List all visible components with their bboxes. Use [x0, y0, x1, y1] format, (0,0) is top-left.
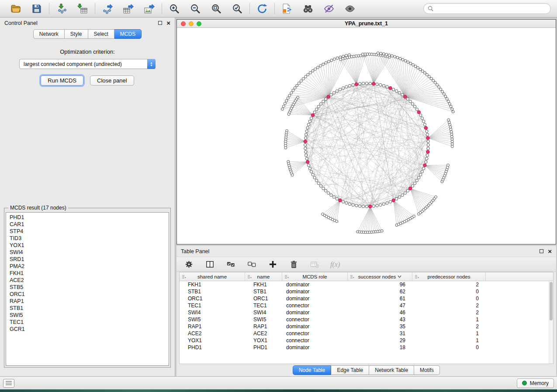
column-header-name[interactable]: name [245, 272, 282, 281]
main-area: Control Panel × Network Style Select MCD… [0, 17, 557, 376]
status-menu-button[interactable] [3, 379, 14, 388]
optimization-criterion-select[interactable]: largest connected component (undirected)… [19, 59, 156, 69]
table-scrollbar[interactable] [549, 281, 553, 364]
cell-shared-name: SWI4 [180, 309, 245, 316]
close-panel-icon[interactable]: × [166, 21, 170, 25]
close-panel-button[interactable]: Close panel [90, 76, 134, 86]
tab-edge-table[interactable]: Edge Table [331, 365, 369, 375]
float-panel-icon[interactable] [158, 21, 162, 25]
sort-icon [350, 275, 354, 279]
mcds-result-item[interactable]: TID3 [10, 235, 169, 242]
mcds-result-item[interactable]: PHD1 [10, 214, 169, 221]
mcds-result-item[interactable]: ACE2 [10, 277, 169, 284]
cell-successor-nodes: 96 [348, 282, 412, 288]
mcds-result-item[interactable]: SWI4 [10, 249, 169, 256]
zoom-in-button[interactable] [168, 2, 181, 15]
mcds-result-item[interactable]: SRD1 [10, 256, 169, 263]
memory-button[interactable]: Memory [517, 378, 554, 388]
tab-mcds[interactable]: MCDS [114, 29, 142, 39]
tab-motifs[interactable]: Motifs [414, 365, 440, 375]
select-all-rows-button[interactable] [225, 259, 236, 270]
mcds-result-item[interactable]: TEC1 [10, 319, 169, 326]
refresh-arrows-icon [256, 3, 268, 14]
mcds-result-item[interactable]: STB5 [10, 284, 169, 291]
control-panel: Control Panel × Network Style Select MCD… [0, 17, 175, 376]
export-table-button[interactable] [122, 2, 135, 15]
unselect-all-rows-button[interactable] [246, 259, 257, 270]
cell-shared-name: YOX1 [180, 337, 245, 344]
network-window-titlebar[interactable]: YPA_prune.txt_1 [177, 20, 556, 28]
memory-label: Memory [530, 380, 549, 386]
tab-network[interactable]: Network [33, 29, 65, 39]
sort-icon [247, 275, 252, 279]
import-network-button[interactable] [55, 2, 68, 15]
mcds-result-item[interactable]: CAR1 [10, 221, 169, 228]
mcds-result-list[interactable]: PHD1CAR1STP4TID3YOX1SWI4SRD1PMA2FKH1ACE2… [6, 212, 169, 366]
network-canvas[interactable] [177, 28, 556, 244]
import-table-button[interactable] [76, 2, 89, 15]
column-header-successor-nodes[interactable]: successor nodes [348, 272, 412, 281]
table-row[interactable]: RAP1RAP1dominator352 [180, 323, 553, 330]
column-header-mcds-role[interactable]: MCDS role [282, 272, 348, 281]
mcds-result-item[interactable]: RAP1 [10, 298, 169, 305]
tab-network-table[interactable]: Network Table [369, 365, 414, 375]
save-session-button[interactable] [30, 2, 43, 15]
show-columns-button[interactable] [204, 259, 215, 270]
mcds-result-item[interactable]: STB1 [10, 305, 169, 312]
export-image-button[interactable] [143, 2, 156, 15]
table-row[interactable]: ACE2ACE2connector311 [180, 330, 553, 337]
mcds-result-item[interactable]: SWI5 [10, 312, 169, 319]
add-row-button[interactable] [267, 259, 278, 270]
sort-icon [415, 275, 419, 279]
checked-boxes-icon [227, 260, 235, 268]
mcds-result-item[interactable]: FKH1 [10, 270, 169, 277]
mcds-result-item[interactable]: STP4 [10, 228, 169, 235]
table-row[interactable]: YOX1YOX1connector291 [180, 337, 553, 344]
tab-style[interactable]: Style [65, 29, 88, 39]
tab-select[interactable]: Select [88, 29, 114, 39]
table-row[interactable]: ORC1ORC1dominator610 [180, 295, 553, 302]
table-row[interactable]: SWI4SWI4dominator462 [180, 309, 553, 316]
float-table-panel-icon[interactable] [540, 249, 543, 253]
run-mcds-button[interactable]: Run MCDS [41, 76, 83, 86]
close-window-button[interactable] [181, 21, 186, 26]
scrollbar-thumb[interactable] [550, 282, 553, 320]
table-row[interactable]: TEC1TEC1connector472 [180, 302, 553, 309]
column-header-filler [486, 272, 553, 281]
apply-layout-button[interactable] [256, 2, 269, 15]
hide-selected-button[interactable] [322, 2, 336, 15]
maximize-window-button[interactable] [197, 21, 201, 26]
minimize-window-button[interactable] [189, 21, 194, 26]
open-file-button[interactable] [9, 2, 22, 15]
table-options-button[interactable] [183, 259, 194, 270]
table-row[interactable]: FKH1FKH1dominator962 [180, 281, 553, 288]
mcds-result-item[interactable]: YOX1 [10, 242, 169, 249]
zoom-fit-button[interactable] [210, 2, 223, 15]
show-all-button[interactable] [343, 2, 356, 15]
cell-predecessor-nodes: 1 [412, 337, 486, 344]
network-graph[interactable] [177, 28, 556, 244]
export-network-button[interactable] [101, 2, 114, 15]
share-document-button[interactable] [280, 2, 294, 15]
zoom-selected-button[interactable] [231, 2, 244, 15]
column-header-predecessor-nodes[interactable]: predecessor nodes [412, 272, 486, 281]
table-row[interactable]: PHD1PHD1dominator180 [180, 344, 553, 351]
document-share-icon [281, 3, 293, 14]
table-row[interactable]: SWI5SWI5connector431 [180, 316, 553, 323]
tab-node-table[interactable]: Node Table [293, 365, 332, 375]
mcds-result-item[interactable]: PMA2 [10, 263, 169, 270]
table-row[interactable]: STB1STB1dominator620 [180, 288, 553, 295]
search-input[interactable] [436, 6, 547, 12]
network-window: YPA_prune.txt_1 [176, 19, 556, 244]
mcds-result-item[interactable]: GCR1 [10, 326, 169, 333]
delete-rows-button[interactable] [288, 259, 299, 270]
cell-successor-nodes: 61 [348, 296, 412, 302]
column-header-shared-name[interactable]: shared name [180, 272, 245, 281]
cell-shared-name: RAP1 [180, 323, 245, 330]
find-button[interactable] [301, 2, 315, 15]
search-field[interactable] [423, 3, 551, 14]
close-table-panel-icon[interactable]: × [548, 249, 552, 254]
zoom-out-button[interactable] [189, 2, 202, 15]
table-header: shared name name MCDS role successor nod… [180, 272, 553, 281]
mcds-result-item[interactable]: ORC1 [10, 291, 169, 298]
